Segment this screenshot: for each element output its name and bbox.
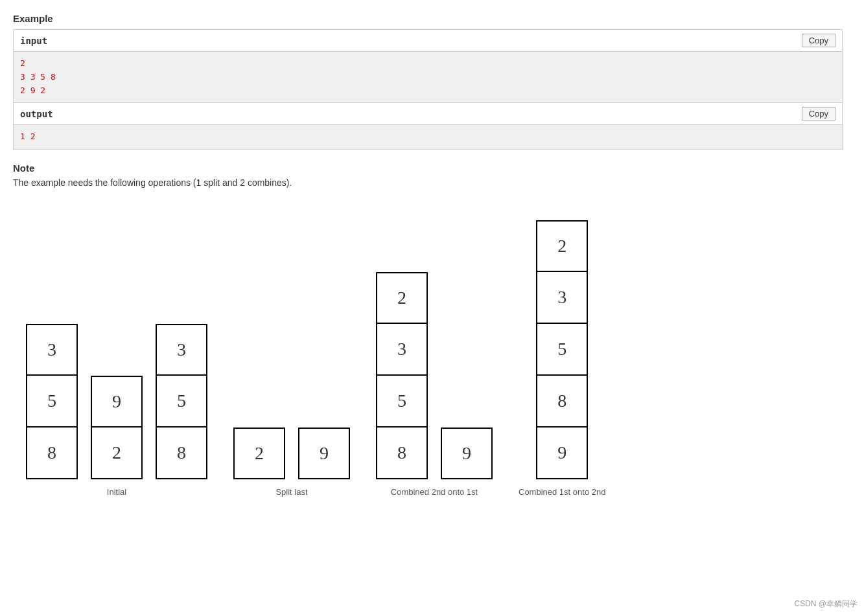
cell: 9 [536, 428, 588, 479]
example-block: input Copy 23 3 5 82 9 2 output Copy 1 2 [13, 29, 843, 150]
cell: 8 [156, 428, 207, 479]
stack: 2358 [376, 272, 428, 479]
input-content: 23 3 5 82 9 2 [14, 52, 842, 102]
output-label: output [20, 109, 53, 119]
output-header-row: output Copy [14, 102, 842, 125]
cell: 9 [441, 428, 493, 479]
stack: 358 [156, 324, 207, 479]
input-label: input [20, 36, 47, 46]
diagram-group: 29Split last [233, 428, 350, 497]
stack: 358 [26, 324, 78, 479]
cell: 3 [536, 272, 588, 324]
cell: 8 [26, 428, 78, 479]
cell: 8 [376, 428, 428, 479]
cell: 3 [376, 324, 428, 376]
stacks-container: 35892358 [26, 324, 207, 479]
cell: 5 [26, 376, 78, 428]
diagram-label: Combined 2nd onto 1st [391, 487, 478, 497]
cell: 8 [536, 376, 588, 428]
diagram-label: Combined 1st onto 2nd [519, 487, 605, 497]
cell: 2 [233, 428, 285, 479]
cell: 2 [91, 428, 143, 479]
cell: 3 [26, 324, 78, 376]
stack: 9 [298, 428, 350, 479]
cell: 5 [156, 376, 207, 428]
cell: 2 [376, 272, 428, 324]
cell: 5 [376, 376, 428, 428]
output-content: 1 2 [14, 125, 842, 149]
example-title: Example [13, 13, 851, 24]
cell: 3 [156, 324, 207, 376]
input-copy-button[interactable]: Copy [802, 34, 835, 47]
stack: 9 [441, 428, 493, 479]
stack: 2 [233, 428, 285, 479]
stacks-container: 23589 [376, 272, 493, 479]
diagram-label: Split last [275, 487, 307, 497]
diagram-group: 23589Combined 1st onto 2nd [519, 220, 605, 497]
stacks-container: 29 [233, 428, 350, 479]
diagram-group: 35892358Initial [26, 324, 207, 497]
output-copy-button[interactable]: Copy [802, 107, 835, 120]
diagram-group: 23589Combined 2nd onto 1st [376, 272, 493, 497]
stack: 92 [91, 376, 143, 479]
cell: 5 [536, 324, 588, 376]
note-title: Note [13, 163, 851, 174]
stacks-container: 23589 [536, 220, 588, 479]
note-text: The example needs the following operatio… [13, 177, 851, 188]
stack: 23589 [536, 220, 588, 479]
diagram-container: 35892358Initial29Split last23589Combined… [13, 207, 851, 497]
cell: 9 [298, 428, 350, 479]
cell: 2 [536, 220, 588, 272]
cell: 9 [91, 376, 143, 428]
diagram-label: Initial [107, 487, 126, 497]
input-header-row: input Copy [14, 30, 842, 52]
